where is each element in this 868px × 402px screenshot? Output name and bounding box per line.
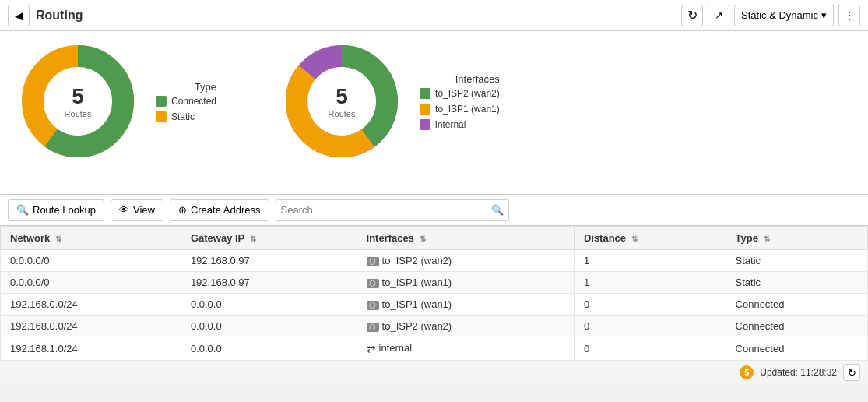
legend-color-internal <box>420 119 430 130</box>
more-menu-button[interactable]: ⋮ <box>838 5 860 26</box>
donut-sublabel-interfaces: Routes <box>329 109 356 118</box>
more-icon: ⋮ <box>844 9 855 22</box>
cell-distance: 1 <box>574 250 726 272</box>
header: ◀ Routing ↻ ↗ Static & Dynamic ▾ ⋮ <box>0 0 868 31</box>
external-link-button[interactable]: ↗ <box>708 5 729 26</box>
cell-gateway: 192.168.0.97 <box>181 250 357 272</box>
cell-network: 192.168.0.0/24 <box>1 294 181 316</box>
header-right: ↻ ↗ Static & Dynamic ▾ ⋮ <box>681 5 860 26</box>
legend-item-internal: internal <box>420 119 500 130</box>
footer-badge: 5 <box>740 365 754 379</box>
legend-label-isp1: to_ISP1 (wan1) <box>435 104 500 115</box>
footer: 5 Updated: 11:28:32 ↻ <box>0 361 868 384</box>
legend-color-static <box>156 111 167 122</box>
col-distance[interactable]: Distance ⇅ <box>574 227 726 250</box>
routes-table: Network ⇅ Gateway IP ⇅ Interfaces ⇅ Dist… <box>0 226 868 361</box>
table-row: 0.0.0.0/0 192.168.0.97 ⬡to_ISP1 (wan1) 1… <box>1 272 868 294</box>
view-label: View <box>133 204 155 216</box>
create-address-button[interactable]: ⊕ Create Address <box>170 199 269 221</box>
chart-interfaces-legend: Interfaces to_ISP2 (wan2) to_ISP1 (wan1)… <box>420 73 500 130</box>
legend-color-isp2 <box>420 88 430 99</box>
cell-type: Connected <box>726 294 867 316</box>
cell-type: Connected <box>726 316 867 337</box>
back-button[interactable]: ◀ <box>8 5 30 26</box>
donut-number-type: 5 <box>65 84 92 109</box>
cell-distance: 1 <box>574 272 726 294</box>
filter-label: Static & Dynamic <box>741 9 818 21</box>
cell-gateway: 0.0.0.0 <box>181 337 357 361</box>
cell-gateway: 0.0.0.0 <box>181 294 357 316</box>
switch-icon: ⇄ <box>367 343 376 355</box>
refresh-icon: ↻ <box>687 8 698 23</box>
cell-gateway: 0.0.0.0 <box>181 316 357 337</box>
wan-icon: ⬡ <box>367 301 379 310</box>
table-header: Network ⇅ Gateway IP ⇅ Interfaces ⇅ Dist… <box>1 227 868 250</box>
table-row: 192.168.0.0/24 0.0.0.0 ⬡to_ISP1 (wan1) 0… <box>1 294 868 316</box>
wan-icon: ⬡ <box>367 279 379 288</box>
legend-label-static: Static <box>171 111 195 122</box>
cell-type: Connected <box>726 337 867 361</box>
header-left: ◀ Routing <box>8 5 83 26</box>
updated-label: Updated: 11:28:32 <box>760 367 837 378</box>
cell-interface: ⬡to_ISP1 (wan1) <box>357 272 574 294</box>
dropdown-icon: ▾ <box>821 9 827 21</box>
charts-area: 5 Routes Type Connected Static <box>0 31 868 195</box>
cell-gateway: 192.168.0.97 <box>181 272 357 294</box>
col-interfaces[interactable]: Interfaces ⇅ <box>357 227 574 250</box>
cell-interface: ⬡to_ISP2 (wan2) <box>357 250 574 272</box>
plus-icon: ⊕ <box>178 204 187 216</box>
sort-icon-distance: ⇅ <box>631 235 638 243</box>
cell-network: 192.168.0.0/24 <box>1 316 181 337</box>
legend-items-type: Connected Static <box>156 96 216 122</box>
cell-network: 0.0.0.0/0 <box>1 250 181 272</box>
create-address-label: Create Address <box>191 204 261 216</box>
legend-item-connected: Connected <box>156 96 216 107</box>
legend-item-isp1: to_ISP1 (wan1) <box>420 104 500 115</box>
legend-label-internal: internal <box>435 119 466 130</box>
search-small-icon: 🔍 <box>16 204 29 216</box>
donut-chart-type: 5 Routes <box>16 39 140 164</box>
col-gateway[interactable]: Gateway IP ⇅ <box>181 227 357 250</box>
footer-refresh-button[interactable]: ↻ <box>843 364 860 381</box>
view-button[interactable]: 👁 View <box>111 199 163 221</box>
sort-icon-network: ⇅ <box>55 235 61 243</box>
cell-network: 0.0.0.0/0 <box>1 272 181 294</box>
legend-title-interfaces: Interfaces <box>420 73 500 85</box>
toolbar: 🔍 Route Lookup 👁 View ⊕ Create Address 🔍 <box>0 195 868 226</box>
chart-type-legend: Type Connected Static <box>156 81 216 122</box>
legend-item-isp2: to_ISP2 (wan2) <box>420 88 500 99</box>
legend-items-interfaces: to_ISP2 (wan2) to_ISP1 (wan1) internal <box>420 88 500 130</box>
legend-color-connected <box>156 96 167 107</box>
search-input[interactable] <box>281 204 491 216</box>
filter-dropdown[interactable]: Static & Dynamic ▾ <box>734 5 834 26</box>
footer-refresh-icon: ↻ <box>848 367 856 379</box>
wan-icon: ⬡ <box>367 323 379 332</box>
chart-divider <box>248 43 248 183</box>
col-network[interactable]: Network ⇅ <box>1 227 181 250</box>
col-type[interactable]: Type ⇅ <box>726 227 867 250</box>
donut-label-interfaces: 5 Routes <box>329 84 356 118</box>
wan-icon: ⬡ <box>367 257 379 266</box>
table-row: 192.168.1.0/24 0.0.0.0 ⇄internal 0 Conne… <box>1 337 868 361</box>
donut-number-interfaces: 5 <box>329 84 356 109</box>
route-lookup-button[interactable]: 🔍 Route Lookup <box>8 199 104 221</box>
table-row: 192.168.0.0/24 0.0.0.0 ⬡to_ISP2 (wan2) 0… <box>1 316 868 337</box>
external-icon: ↗ <box>715 9 723 21</box>
page-title: Routing <box>36 9 83 23</box>
cell-network: 192.168.1.0/24 <box>1 337 181 361</box>
donut-chart-interfaces: 5 Routes <box>279 39 404 164</box>
donut-label-type: 5 Routes <box>65 84 92 118</box>
back-icon: ◀ <box>15 9 23 22</box>
table-body: 0.0.0.0/0 192.168.0.97 ⬡to_ISP2 (wan2) 1… <box>1 250 868 361</box>
cell-type: Static <box>726 272 867 294</box>
cell-distance: 0 <box>574 316 726 337</box>
sort-icon-gateway: ⇅ <box>250 235 256 243</box>
legend-label-isp2: to_ISP2 (wan2) <box>435 88 500 99</box>
cell-type: Static <box>726 250 867 272</box>
refresh-button[interactable]: ↻ <box>681 5 703 26</box>
legend-item-static: Static <box>156 111 216 122</box>
cell-interface: ⬡to_ISP2 (wan2) <box>357 316 574 337</box>
route-lookup-label: Route Lookup <box>33 204 96 216</box>
eye-icon: 👁 <box>119 204 129 216</box>
search-icon: 🔍 <box>491 204 504 216</box>
